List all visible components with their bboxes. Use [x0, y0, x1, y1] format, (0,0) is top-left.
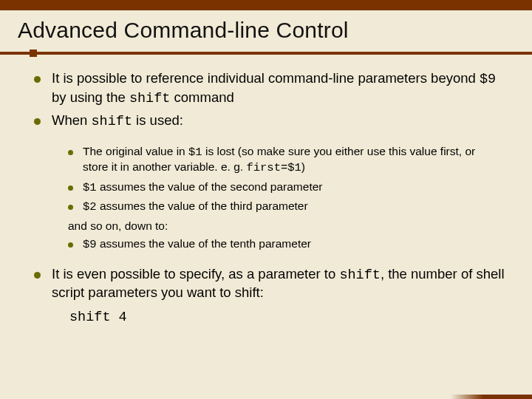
code-inline: shift [91, 114, 132, 129]
text: assumes the value of the third parameter [97, 200, 308, 212]
code-block: shift 4 [52, 309, 505, 327]
bullet-item: $1 assumes the value of the second param… [68, 180, 502, 195]
code-inline: $1 [188, 146, 202, 159]
code-inline: $9 [83, 238, 97, 251]
text: The original value in [83, 145, 188, 157]
text: It is possible to reference individual c… [52, 70, 480, 86]
text: When [52, 112, 91, 128]
interline-text: and so on, down to: [68, 219, 502, 233]
text: assumes the value of the tenth parameter [97, 237, 311, 250]
text: is used: [132, 112, 183, 128]
bullet-item: The original value in $1 is lost (so mak… [68, 144, 502, 176]
code-inline: first=$1 [246, 161, 301, 174]
code-inline: $2 [83, 200, 97, 214]
text: by using the [52, 89, 129, 105]
text: assumes the value of the second paramete… [97, 180, 323, 193]
bullet-list-main: It is possible to reference individual c… [34, 69, 505, 131]
code-inline: shift [339, 267, 381, 283]
slide-bottom-accent [451, 395, 532, 399]
bullet-item: It is even possible to specify, as a par… [34, 265, 505, 327]
main-content: It is possible to reference individual c… [0, 55, 532, 131]
code-inline: $9 [480, 72, 496, 87]
bullet-list-sub-2: $9 assumes the value of the tenth parame… [68, 236, 502, 252]
sub-content: The original value in $1 is lost (so mak… [0, 135, 532, 253]
text: It is even possible to specify, as a par… [52, 266, 339, 282]
text: ) [301, 160, 305, 173]
slide-top-bar [0, 0, 532, 10]
code-inline: $1 [83, 181, 97, 194]
title-rule [0, 52, 532, 55]
bullet-item: $9 assumes the value of the tenth parame… [68, 236, 502, 252]
code-inline: shift [129, 91, 171, 106]
text: command [170, 89, 233, 105]
bullet-item: $2 assumes the value of the third parame… [68, 199, 502, 214]
bullet-item: It is possible to reference individual c… [34, 69, 505, 107]
bullet-list-sub: The original value in $1 is lost (so mak… [68, 144, 502, 215]
bullet-list-main-2: It is even possible to specify, as a par… [34, 265, 505, 327]
title-area: Advanced Command-line Control [0, 10, 532, 47]
slide-title: Advanced Command-line Control [18, 18, 514, 43]
main-content-2: It is even possible to specify, as a par… [0, 256, 532, 327]
bullet-item: When shift is used: [34, 112, 505, 131]
